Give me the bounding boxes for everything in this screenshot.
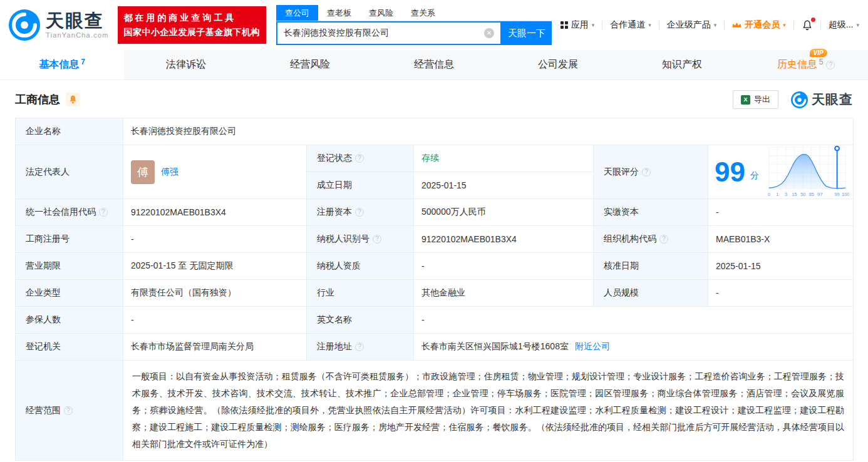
clear-icon[interactable] <box>484 28 494 38</box>
establish-date-value: 2025-01-15 <box>414 172 594 199</box>
help-icon[interactable] <box>355 342 364 351</box>
apps-grid-icon <box>561 21 568 29</box>
help-icon[interactable] <box>355 208 364 217</box>
subscribe-bell[interactable] <box>66 93 80 106</box>
paid-capital-value: - <box>708 199 854 226</box>
section-header: 工商信息 导出 天眼查 <box>15 90 853 109</box>
tab-label: 历史信息 <box>777 58 817 71</box>
tab-label: 基本信息 <box>39 58 79 71</box>
label-text: 纳税人识别号 <box>317 234 369 245</box>
menu-item-enterprise[interactable]: 企业级产品 <box>667 19 717 31</box>
divider <box>793 21 794 30</box>
reg-number-label: 工商注册号 <box>16 226 123 253</box>
taxpayer-id-value: 91220102MAEB01B3X4 <box>414 226 594 253</box>
search-row: 天眼一下 <box>276 21 552 45</box>
industry-label: 行业 <box>307 280 414 307</box>
legal-rep-label: 法定代表人 <box>16 145 123 199</box>
chevron-down-icon <box>783 22 786 28</box>
menu-enterprise-label: 企业级产品 <box>667 19 711 31</box>
divider <box>602 21 602 30</box>
chevron-down-icon <box>592 22 595 28</box>
english-name-value: - <box>414 307 854 334</box>
tab-basic-info[interactable]: 基本信息 7 <box>0 50 124 80</box>
search-tab-boss[interactable]: 查老板 <box>318 5 360 21</box>
menu-item-vip[interactable]: 开通会员 <box>732 19 786 31</box>
company-type-value: 有限责任公司（国有独资） <box>123 280 307 307</box>
search-button[interactable]: 天眼一下 <box>502 21 552 45</box>
label-text: 统一社会信用代码 <box>26 207 96 218</box>
tab-intellectual-property[interactable]: 知识产权 <box>620 50 744 80</box>
slogan-banner: 都在用的商业查询工具 国家中小企业发展子基金旗下机构 <box>118 6 267 44</box>
menu-apps-label: 应用 <box>571 19 589 31</box>
search-input[interactable] <box>284 28 484 38</box>
help-icon[interactable] <box>99 208 108 217</box>
credit-code-value: 91220102MAEB01B3X4 <box>123 199 307 226</box>
company-name-label: 企业名称 <box>16 118 123 145</box>
approval-date-value: 2025-01-15 <box>708 253 854 280</box>
search-tabs: 查公司 查老板 查风险 查关系 <box>276 5 552 21</box>
label-text: 注册资本 <box>317 207 352 218</box>
menu-item-apps[interactable]: 应用 <box>561 19 595 31</box>
tab-legal[interactable]: 法律诉讼 <box>124 50 248 80</box>
staff-size-label: 人员规模 <box>594 280 708 307</box>
paid-capital-label: 实缴资本 <box>594 199 708 226</box>
help-icon[interactable] <box>659 235 668 244</box>
watermark-text: 天眼查 <box>812 91 853 108</box>
help-icon[interactable] <box>64 406 73 415</box>
svg-text:85: 85 <box>809 191 814 197</box>
section-tab-strip: 基本信息 7 法律诉讼 经营风险 经营信息 公司发展 知识产权 历史信息 VIP… <box>0 50 868 80</box>
nearby-companies-link[interactable]: 附近公司 <box>575 341 610 352</box>
english-name-label: 英文名称 <box>307 307 414 334</box>
legal-rep-link[interactable]: 傅强 <box>161 167 178 178</box>
header-menu: 应用 合作通道 企业级产品 开通会员 <box>561 19 859 31</box>
bell-curve-area <box>769 154 845 188</box>
chevron-down-icon <box>856 22 859 28</box>
divider <box>724 21 725 30</box>
reg-capital-value: 500000万人民币 <box>414 199 594 226</box>
credit-code-label: 统一社会信用代码 <box>16 199 123 226</box>
help-icon[interactable] <box>642 168 651 177</box>
brand-text: 天眼查 TianYanCha.com <box>46 11 109 39</box>
search-area: 查公司 查老板 查风险 查关系 天眼一下 <box>276 5 552 45</box>
search-tab-risk[interactable]: 查风险 <box>360 5 402 21</box>
business-term-label: 营业期限 <box>16 253 123 280</box>
section-actions: 导出 天眼查 <box>733 90 853 109</box>
tianyancha-logo-icon <box>9 9 40 41</box>
help-icon[interactable] <box>826 61 835 69</box>
score-value: 99 <box>715 158 745 186</box>
score-label: 天眼评分 <box>594 145 708 199</box>
tab-label: 公司发展 <box>538 58 578 71</box>
tab-company-development[interactable]: 公司发展 <box>496 50 620 80</box>
search-tab-company[interactable]: 查公司 <box>276 5 318 21</box>
approval-date-label: 核准日期 <box>594 253 708 280</box>
bell-icon <box>69 95 77 104</box>
establish-date-label: 成立日期 <box>307 172 414 199</box>
svg-text:99: 99 <box>835 191 840 197</box>
reg-address-value: 长春市南关区恒兴国际城1号楼1608室 <box>421 341 569 352</box>
reg-authority-label: 登记机关 <box>16 334 123 361</box>
business-scope-label: 经营范围 <box>16 361 123 461</box>
search-tab-relation[interactable]: 查关系 <box>402 5 444 21</box>
business-info-table: 企业名称 长春润德投资控股有限公司 法定代表人 傅 傅强 登记状态 存续 成立日… <box>15 118 853 461</box>
svg-text:97: 97 <box>817 191 822 197</box>
slogan-line2: 国家中小企业发展子基金旗下机构 <box>124 25 261 39</box>
score-unit: 分 <box>750 170 759 182</box>
help-icon[interactable] <box>355 154 364 163</box>
menu-item-partners[interactable]: 合作通道 <box>610 19 651 31</box>
tab-history-info[interactable]: 历史信息 VIP 5 <box>744 50 868 80</box>
tab-operation-risk[interactable]: 经营风险 <box>248 50 372 80</box>
svg-text:1: 1 <box>776 191 778 197</box>
svg-text:15: 15 <box>792 191 797 197</box>
taxpayer-quality-value: - <box>414 253 594 280</box>
export-button[interactable]: 导出 <box>733 90 778 109</box>
avatar[interactable]: 傅 <box>131 160 155 184</box>
help-icon[interactable] <box>373 235 381 244</box>
reg-capital-label: 注册资本 <box>307 199 414 226</box>
tab-operation-info[interactable]: 经营信息 <box>372 50 496 80</box>
tianyancha-logo-icon <box>791 91 808 108</box>
menu-item-super-vip[interactable]: 超级... <box>829 19 859 31</box>
notification-bell[interactable] <box>802 19 813 31</box>
brand-logo[interactable]: 天眼查 TianYanCha.com <box>9 9 109 41</box>
tab-count: 5 <box>819 58 824 66</box>
taxpayer-id-label: 纳税人识别号 <box>307 226 414 253</box>
